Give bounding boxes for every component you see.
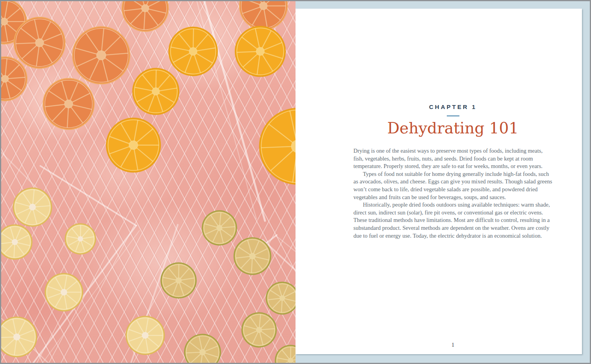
- paragraph: Historically, people dried foods outdoor…: [353, 201, 552, 240]
- chapter-title: Dehydrating 101: [338, 119, 568, 138]
- page-frame: CHAPTER 1 Dehydrating 101 Drying is one …: [296, 1, 590, 363]
- page-content: CHAPTER 1 Dehydrating 101 Drying is one …: [353, 9, 552, 354]
- chapter-kicker: CHAPTER 1: [353, 103, 552, 110]
- paragraph: Drying is one of the easiest ways to pre…: [353, 147, 552, 170]
- citrus-photo: [1, 1, 296, 363]
- page-number: 1: [353, 342, 552, 348]
- book-page: CHAPTER 1 Dehydrating 101 Drying is one …: [296, 9, 582, 354]
- paragraph: Types of food not suitable for home dryi…: [353, 170, 552, 201]
- book-preview-spread: CHAPTER 1 Dehydrating 101 Drying is one …: [0, 0, 591, 364]
- kicker-rule: [447, 115, 459, 116]
- body-text: Drying is one of the easiest ways to pre…: [353, 147, 552, 240]
- citrus-photo-illustration: [1, 1, 296, 363]
